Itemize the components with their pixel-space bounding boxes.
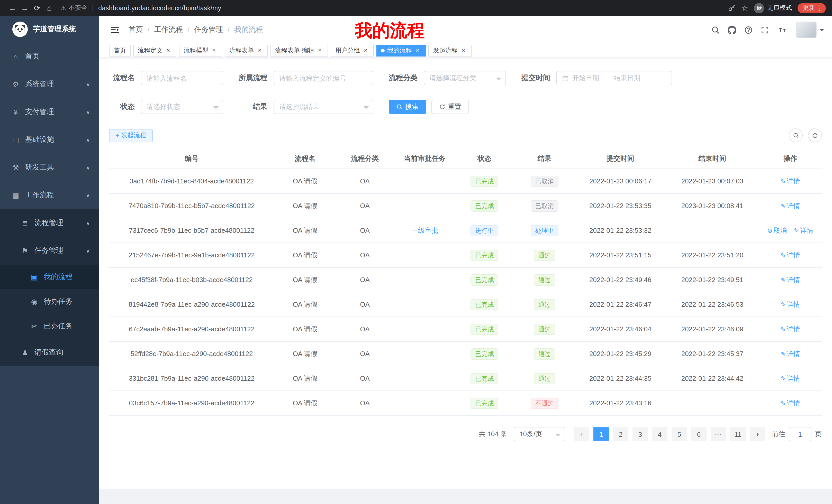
browser-back-button[interactable]: ← [6,2,19,14]
detail-button[interactable]: ✎详情 [781,177,800,185]
process-name-cell: OA 请假 [274,243,336,268]
browser-forward-button[interactable]: → [19,2,31,14]
tab[interactable]: 流程表单-编辑 × [270,45,328,57]
detail-button[interactable]: ✎详情 [781,276,800,283]
status-select[interactable]: 请选择状态 [141,100,223,114]
tab[interactable]: 我的流程 × [376,45,426,57]
incognito-badge[interactable]: 无痕模式 [754,3,792,13]
current-task-link[interactable]: 一级审批 [411,226,438,234]
result-select[interactable]: 请选择流结果 [274,100,373,114]
sidebar-item[interactable]: ⚙ 系统管理 ∨ [0,71,99,98]
close-icon[interactable]: × [210,47,217,54]
tab[interactable]: 流程表单 × [225,45,268,57]
browser-menu-icon[interactable]: ⋮ [816,4,823,12]
refresh-table-button[interactable] [808,129,822,142]
sidebar-item[interactable]: ▣ 我的流程 [0,264,99,289]
security-chip[interactable]: ⚠ 不安全 [61,4,87,12]
sidebar-item[interactable]: ⚒ 研发工具 ∨ [0,153,99,181]
detail-button[interactable]: ✎详情 [781,251,800,259]
page-button[interactable]: 5 [672,427,687,441]
close-icon[interactable]: × [362,47,369,54]
page-button[interactable]: 3 [632,427,648,441]
font-size-icon[interactable] [777,25,788,34]
sidebar-item[interactable]: ⌂ 首页 [0,43,99,71]
tab[interactable]: 流程定义 × [133,45,176,57]
fullscreen-icon[interactable] [760,25,769,34]
tab[interactable]: 流程模型 × [179,45,222,57]
start-date-placeholder[interactable]: 开始日期 [572,74,599,83]
breadcrumb-item[interactable]: 工作流程 [143,25,183,34]
cancel-button[interactable]: ⊘取消 [767,226,787,234]
category-cell: OA [336,243,394,268]
process-name-cell: OA 请假 [274,341,336,366]
toggle-search-button[interactable] [789,129,803,142]
close-icon[interactable]: × [460,47,467,54]
page-button[interactable]: 11 [730,427,746,441]
close-icon[interactable]: × [164,47,172,54]
sidebar-item[interactable]: ▦ 工作流程 ∧ [0,181,99,209]
detail-button[interactable]: ✎详情 [781,349,800,357]
end-time-cell [666,391,759,415]
avatar[interactable] [796,22,816,38]
close-icon[interactable]: × [256,47,263,54]
detail-button[interactable]: ✎详情 [781,374,800,382]
detail-button[interactable]: ✎详情 [781,202,800,209]
close-icon[interactable]: × [316,47,323,54]
browser-reload-button[interactable]: ⟳ [31,2,43,14]
search-button[interactable]: 搜索 [389,100,426,114]
reset-button[interactable]: 重置 [432,100,469,114]
password-key-icon[interactable] [727,4,735,12]
detail-button[interactable]: ✎详情 [781,399,800,407]
result-cell: 通过 [514,243,575,268]
page-button[interactable]: ⋯ [711,427,726,441]
page-size-select[interactable]: 10条/页 [514,427,565,441]
detail-button[interactable]: ✎详情 [794,226,813,234]
status-badge: 已完成 [471,249,498,261]
tab[interactable]: 用户分组 × [331,45,374,57]
page-button[interactable]: 4 [652,427,668,441]
submit-time-range-picker[interactable]: 开始日期 - 结束日期 [556,71,672,85]
end-time-cell: 2022-01-22 23:46:09 [666,317,759,341]
browser-update-button[interactable]: 更新 ⋮ [798,3,826,13]
sidebar-item[interactable]: ✂ 已办任务 [0,314,99,339]
sidebar-item[interactable]: ⚑ 任务管理 ∧ [0,237,99,264]
bookmark-star-icon[interactable]: ☆ [741,3,748,12]
category-select[interactable]: 请选择流程分类 [424,71,506,85]
home-icon: ⌂ [11,52,20,61]
sidebar-toggle-icon[interactable] [110,25,120,35]
workflow-icon: ▦ [11,191,20,199]
ops-cell: ✎详情 [759,268,822,292]
prev-page-button[interactable]: ‹ [574,427,589,441]
detail-button[interactable]: ✎详情 [781,300,800,308]
search-icon[interactable] [711,25,720,34]
help-icon[interactable] [744,25,753,34]
sidebar-item[interactable]: ≣ 流程管理 ∨ [0,209,99,237]
detail-button[interactable]: ✎详情 [781,325,800,333]
sidebar-item[interactable]: ¥ 支付管理 ∨ [0,98,99,126]
refresh-icon [439,104,445,110]
address-bar[interactable]: dashboard.yudao.iocoder.cn/bpm/task/my [98,4,221,11]
next-page-button[interactable]: › [750,427,765,441]
process-name-input[interactable] [141,71,223,85]
sidebar-item[interactable]: ◉ 待办任务 [0,289,99,314]
process-def-input[interactable] [274,71,373,85]
sidebar-item[interactable]: ♟ 请假查询 [0,339,99,366]
close-icon[interactable]: × [414,47,421,54]
page-button[interactable]: 6 [691,427,706,441]
breadcrumb-item[interactable]: 任务管理 [183,25,223,34]
github-icon[interactable] [728,25,736,34]
page-button[interactable]: 2 [613,427,628,441]
browser-home-button[interactable]: ⌂ [43,2,55,14]
sidebar-item[interactable]: ▤ 基础设施 ∨ [0,126,99,153]
tab[interactable]: 首页 [109,45,131,57]
start-process-button[interactable]: + 发起流程 [109,129,153,142]
end-date-placeholder[interactable]: 结束日期 [614,74,641,83]
user-menu[interactable] [796,22,824,38]
page-button[interactable]: 1 [593,427,609,441]
breadcrumb-item[interactable]: 首页 [129,25,143,34]
id-cell: 819442e8-7b9a-11ec-a290-acde48001122 [109,292,274,317]
current-task-cell [394,391,455,415]
task-management-icon: ⚑ [21,247,29,255]
goto-page-input[interactable] [789,427,811,441]
tab[interactable]: 发起流程 × [428,45,471,57]
